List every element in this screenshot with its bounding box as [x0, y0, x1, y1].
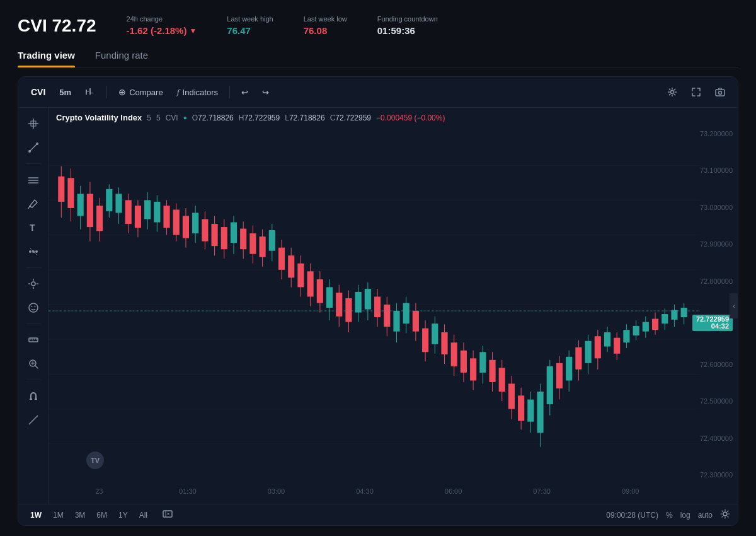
svg-point-20 — [35, 250, 38, 253]
indicators-btn[interactable]: 𝑓 Indicators — [172, 84, 223, 100]
time-0730: 07:30 — [533, 487, 551, 495]
svg-point-6 — [719, 91, 722, 95]
svg-rect-2 — [89, 88, 91, 95]
undo-btn[interactable]: ↩ — [236, 85, 253, 100]
undo-icon: ↩ — [241, 88, 248, 97]
chart-bars-icon-btn[interactable] — [80, 84, 100, 100]
tab-trading-view[interactable]: Trading view — [18, 50, 75, 67]
text-tool[interactable]: T — [23, 217, 44, 238]
chart-symbol-full: Crypto Volatility Index — [56, 113, 142, 122]
time-0130: 01:30 — [179, 487, 197, 495]
chart-name: CVI — [166, 114, 178, 122]
tf-1w[interactable]: 1W — [26, 510, 46, 521]
hline-tool[interactable] — [23, 169, 44, 190]
svg-rect-107 — [326, 287, 333, 308]
ruler-tool[interactable] — [23, 329, 44, 351]
stat-high: Last week high 76.47 — [227, 15, 273, 36]
svg-rect-151 — [537, 392, 544, 433]
toolbar-sep-2 — [229, 86, 230, 98]
svg-point-23 — [29, 303, 38, 312]
svg-rect-97 — [278, 248, 285, 270]
settings-btn[interactable] — [662, 82, 682, 102]
price-72900: 72.900000 — [686, 241, 733, 248]
svg-rect-127 — [422, 329, 428, 352]
tf-1m[interactable]: 1M — [49, 510, 68, 521]
ohlc-change: −0.000459 (−0.00%) — [376, 114, 445, 122]
svg-rect-137 — [470, 358, 476, 380]
line-tool[interactable] — [23, 137, 44, 158]
svg-rect-63 — [115, 194, 122, 213]
redo-btn[interactable]: ↪ — [257, 85, 274, 100]
chart-interval: 5 — [156, 114, 161, 122]
header: CVI 72.72 24h change -1.62 (-2.18%) ▼ La… — [18, 15, 738, 36]
tradingview-logo: TV — [86, 452, 104, 469]
svg-rect-119 — [384, 305, 390, 327]
settings-tools-btn[interactable] — [23, 273, 44, 294]
svg-rect-79 — [192, 213, 198, 233]
svg-rect-61 — [106, 189, 112, 211]
current-price-tag: 72.722959 04:32 — [692, 315, 733, 331]
svg-rect-163 — [595, 336, 601, 358]
price-72300: 72.300000 — [686, 472, 733, 479]
cvi-title: CVI 72.72 — [18, 16, 96, 36]
low-value: 76.08 — [304, 25, 347, 36]
svg-rect-123 — [403, 303, 410, 323]
svg-rect-149 — [527, 400, 534, 422]
svg-rect-65 — [125, 200, 132, 224]
settings-bottom-btn[interactable] — [720, 509, 730, 521]
tf-1y[interactable]: 1Y — [114, 510, 132, 521]
svg-rect-159 — [575, 347, 581, 370]
tf-3m[interactable]: 3M — [71, 510, 90, 521]
svg-rect-165 — [604, 332, 610, 347]
down-arrow-icon: ▼ — [189, 26, 197, 35]
toolbar-sep-1 — [106, 86, 107, 98]
plus-circle-icon: ⊕ — [118, 87, 126, 97]
fullscreen-btn[interactable] — [686, 82, 706, 102]
crosshair-tool[interactable] — [23, 113, 44, 134]
camera-btn[interactable] — [710, 82, 730, 102]
svg-rect-91 — [249, 233, 256, 254]
ohlc-c: C72.722959 — [330, 114, 371, 122]
svg-rect-135 — [461, 351, 467, 373]
camera-icon — [715, 87, 725, 97]
stat-funding: Funding countdown 01:59:36 — [377, 15, 438, 36]
chart-body: T — [18, 108, 738, 504]
draw-sep-2 — [26, 267, 41, 268]
svg-rect-167 — [614, 338, 620, 354]
log-btn[interactable]: log — [680, 511, 690, 520]
draw-sep-4 — [26, 380, 41, 380]
chart-symbol[interactable]: CVI — [26, 84, 50, 100]
auto-btn[interactable]: auto — [698, 511, 713, 520]
pencil-tool[interactable] — [23, 193, 44, 214]
tf-all[interactable]: All — [135, 510, 152, 521]
compare-btn[interactable]: ⊕ Compare — [113, 84, 168, 100]
pencil-edit-tool[interactable] — [23, 409, 44, 431]
svg-rect-113 — [355, 292, 362, 313]
svg-rect-169 — [623, 330, 629, 342]
scroll-reset-btn[interactable] — [162, 508, 173, 521]
svg-rect-101 — [297, 264, 304, 288]
magnet-tool[interactable] — [23, 385, 44, 407]
pct-btn[interactable]: % — [666, 511, 673, 520]
svg-rect-81 — [202, 219, 208, 242]
funding-value: 01:59:36 — [377, 25, 438, 36]
zoom-tool[interactable] — [23, 353, 44, 375]
tf-6m[interactable]: 6M — [92, 510, 112, 521]
chart-area[interactable]: Crypto Volatility Index 5 5 CVI ● O72.71… — [49, 108, 738, 504]
tab-funding-rate[interactable]: Funding rate — [95, 50, 148, 67]
svg-text:T: T — [30, 223, 35, 233]
chart-timeframe[interactable]: 5m — [54, 85, 76, 100]
timestamp-label: 09:00:28 (UTC) — [606, 511, 658, 520]
emoji-tool[interactable] — [23, 297, 44, 318]
chart-bottom-bar: 1W 1M 3M 6M 1Y All 09:00:28 (UTC) % log — [18, 504, 738, 525]
stat-change: 24h change -1.62 (-2.18%) ▼ — [127, 15, 197, 36]
svg-rect-87 — [231, 223, 237, 243]
price-72500: 72.500000 — [686, 398, 733, 405]
drawing-tools: T — [18, 108, 49, 504]
time-0600: 06:00 — [445, 487, 462, 495]
collapse-btn[interactable]: ‹ — [730, 293, 738, 318]
candlestick-chart[interactable] — [49, 131, 700, 479]
live-dot: ● — [183, 114, 187, 121]
nodes-tool[interactable] — [23, 241, 44, 262]
svg-point-11 — [28, 150, 31, 153]
